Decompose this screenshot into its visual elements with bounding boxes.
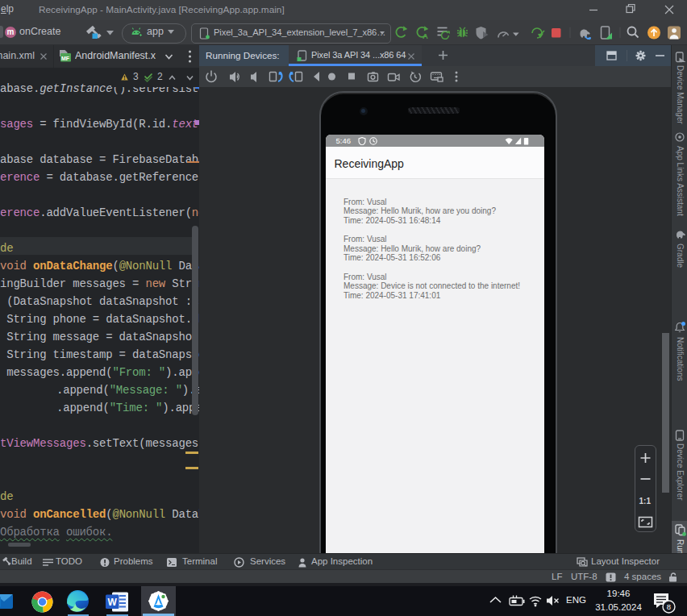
svg-text:W: W (108, 597, 118, 608)
svg-text:1:1: 1:1 (639, 497, 652, 506)
svg-text:MF: MF (61, 56, 70, 61)
svg-text:8: 8 (667, 602, 671, 611)
svg-text:A: A (423, 31, 428, 40)
